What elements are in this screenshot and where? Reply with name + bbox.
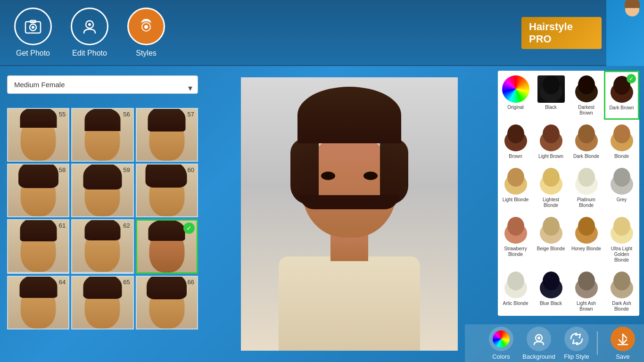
color-cell-brown[interactable]: Brown — [498, 120, 533, 163]
color-swatch-black — [537, 75, 565, 103]
bottom-action-bar: Colors Background Flip Style — [465, 324, 644, 362]
color-cell-light-ash-brown[interactable]: Light Ash Brown — [569, 267, 604, 316]
color-label-beige-blonde: Beige Blonde — [537, 246, 565, 252]
svg-point-2 — [32, 26, 34, 29]
color-cell-darkest-brown[interactable]: Darkest Brown — [569, 71, 604, 120]
color-label-strawberry-blonde: Strawberry Blonde — [501, 246, 530, 257]
color-swatch-light-ash-brown — [573, 272, 600, 299]
nav-get-photo[interactable]: Get Photo — [14, 8, 52, 58]
color-swatch-grey — [608, 168, 636, 195]
color-cell-dark-brown[interactable]: ✓ Dark Brown — [604, 71, 639, 120]
style-number-59: 59 — [123, 166, 130, 173]
color-cell-ultra-light-golden-blonde[interactable]: Ultra Light Golden Blonde — [604, 212, 639, 267]
svg-point-45 — [613, 272, 630, 290]
colors-icon — [489, 327, 513, 351]
svg-point-15 — [507, 124, 524, 143]
background-label: Background — [522, 353, 555, 360]
color-cell-black[interactable]: Black — [533, 71, 569, 120]
color-swatch-honey-blonde — [573, 217, 600, 244]
style-number-64: 64 — [59, 279, 66, 286]
svg-point-5 — [88, 23, 91, 26]
color-cell-blonde[interactable]: Blonde — [604, 120, 639, 163]
background-icon — [527, 327, 551, 351]
color-label-original: Original — [507, 105, 523, 110]
color-label-light-ash-brown: Light Ash Brown — [571, 301, 601, 312]
style-number-56: 56 — [123, 111, 130, 118]
style-number-60: 60 — [188, 166, 194, 173]
color-label-blonde: Blonde — [614, 154, 629, 159]
style-number-62: 62 — [123, 222, 130, 229]
color-swatch-platinum-blonde — [573, 168, 600, 195]
style-item-60[interactable]: 60 — [136, 164, 198, 217]
style-item-59[interactable]: 59 — [71, 164, 133, 217]
style-number-57: 57 — [188, 111, 194, 118]
svg-point-19 — [578, 124, 595, 143]
logo-area: Hairstyle PRO — [521, 0, 644, 66]
style-item-64[interactable]: 64 — [7, 276, 69, 329]
color-cell-beige-blonde[interactable]: Beige Blonde — [533, 212, 569, 267]
svg-point-31 — [507, 217, 524, 236]
color-label-dark-blonde: Dark Blonde — [573, 154, 599, 159]
color-label-ultra-light-golden-blonde: Ultra Light Golden Blonde — [607, 246, 636, 263]
style-item-65[interactable]: 65 — [71, 276, 133, 329]
color-label-darkest-brown: Darkest Brown — [571, 105, 601, 116]
color-label-platinum-blonde: Platinum Blonde — [571, 197, 601, 208]
style-item-61[interactable]: 61 — [7, 219, 69, 274]
color-swatch-light-brown — [537, 124, 565, 152]
style-item-63[interactable]: ✓ — [136, 219, 198, 274]
style-category-dropdown[interactable]: Medium Female Short Female Long Female S… — [7, 75, 198, 94]
style-item-62[interactable]: 62 — [71, 219, 133, 274]
color-cell-original[interactable]: Original — [498, 71, 533, 120]
color-label-black: Black — [545, 105, 556, 110]
svg-point-23 — [507, 168, 524, 187]
bottom-flip-style-action[interactable]: Flip Style — [560, 327, 593, 360]
nav-styles[interactable]: Styles — [127, 8, 165, 58]
style-item-57[interactable]: 57 — [136, 108, 198, 162]
bottom-colors-action[interactable]: Colors — [485, 327, 518, 360]
svg-point-35 — [578, 217, 595, 236]
style-number-65: 65 — [123, 279, 130, 286]
style-item-56[interactable]: 56 — [71, 108, 133, 162]
svg-point-41 — [543, 272, 560, 290]
svg-point-43 — [578, 272, 595, 290]
color-cell-honey-blonde[interactable]: Honey Blonde — [569, 212, 604, 267]
color-cell-grey[interactable]: Grey — [604, 163, 639, 212]
styles-grid: 55 56 57 — [7, 108, 198, 329]
color-label-dark-ash-blonde: Dark Ash Blonde — [607, 301, 636, 312]
style-item-66[interactable]: 66 — [136, 276, 198, 329]
color-label-blue-black: Blue Black — [540, 301, 562, 306]
style-item-58[interactable]: 58 — [7, 164, 69, 217]
svg-point-27 — [578, 168, 595, 187]
style-number-61: 61 — [59, 222, 66, 229]
get-photo-icon — [14, 8, 52, 45]
color-label-light-blonde: Light Blonde — [503, 197, 529, 203]
color-cell-blue-black[interactable]: Blue Black — [533, 267, 569, 316]
color-cell-artic-blonde[interactable]: Artic Blonde — [498, 267, 533, 316]
top-navigation: Get Photo Edit Photo Styles Hairstyle PR… — [0, 0, 644, 66]
color-cell-lightest-blonde[interactable]: Lightest Blonde — [533, 163, 569, 212]
color-cell-dark-ash-blonde[interactable]: Dark Ash Blonde — [604, 267, 639, 316]
style-item-55[interactable]: 55 — [7, 108, 69, 162]
left-panel: Medium Female Short Female Long Female S… — [0, 66, 205, 362]
color-cell-strawberry-blonde[interactable]: Strawberry Blonde — [498, 212, 533, 267]
color-label-honey-blonde: Honey Blonde — [571, 246, 601, 252]
color-swatch-original — [502, 75, 529, 103]
main-content: Medium Female Short Female Long Female S… — [0, 66, 644, 362]
bottom-background-action[interactable]: Background — [522, 327, 555, 360]
bottom-save-action[interactable]: Save — [606, 327, 639, 360]
edit-photo-icon — [71, 8, 108, 45]
color-cell-dark-blonde[interactable]: Dark Blonde — [569, 120, 604, 163]
style-number-55: 55 — [59, 111, 66, 118]
color-label-artic-blonde: Artic Blonde — [503, 301, 528, 306]
color-cell-light-blonde[interactable]: Light Blonde — [498, 163, 533, 212]
color-swatch-strawberry-blonde — [502, 217, 529, 244]
nav-edit-photo[interactable]: Edit Photo — [71, 8, 108, 58]
color-cell-light-brown[interactable]: Light Brown — [533, 120, 569, 163]
color-cell-platinum-blonde[interactable]: Platinum Blonde — [569, 163, 604, 212]
right-panel-colors: Original Black Darkest Brown — [493, 66, 644, 362]
color-swatch-lightest-blonde — [537, 168, 565, 195]
color-swatch-darkest-brown — [573, 75, 600, 103]
color-label-grey: Grey — [617, 197, 627, 203]
color-swatch-dark-blonde — [573, 124, 600, 152]
app-title: Hairstyle PRO — [521, 17, 602, 49]
